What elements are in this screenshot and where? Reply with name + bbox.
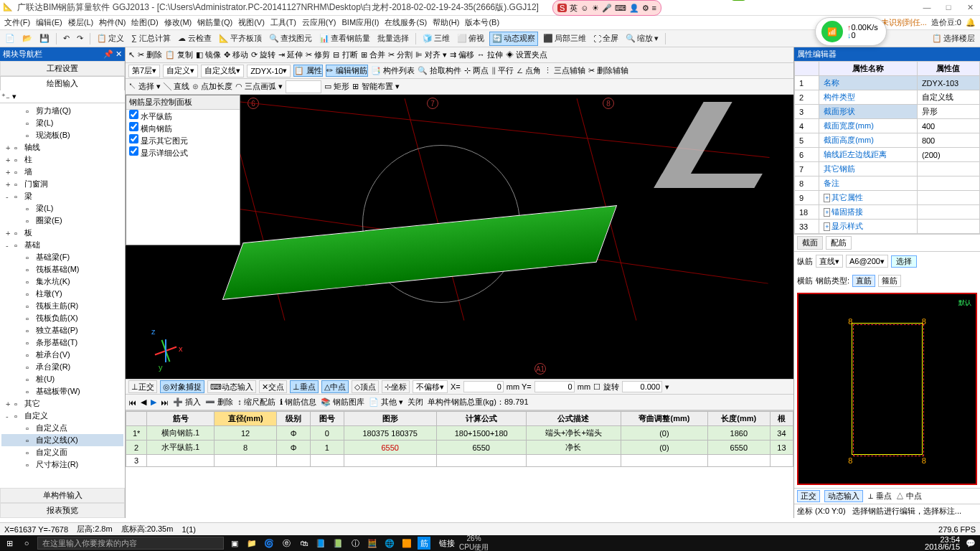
batch-select-button[interactable]: 批量选择 — [375, 32, 411, 46]
delete-aux-btn[interactable]: ✂ 删除辅轴 — [588, 65, 628, 76]
taskbar-search[interactable]: 在这里输入你要搜索的内容 — [37, 537, 224, 550]
two-point-btn[interactable]: ⊹ 两点 — [464, 65, 489, 76]
tree-item[interactable]: ▫筏板基础(M) — [1, 263, 123, 276]
menu-rebar[interactable]: 钢筋量(Q) — [197, 17, 232, 28]
minimize-button[interactable]: — — [920, 3, 934, 12]
smart-arrange-tool[interactable]: ⊞ 智能布置 ▾ — [352, 81, 399, 92]
menu-cloud[interactable]: 云应用(Y) — [302, 17, 336, 28]
ime-person-icon[interactable]: 👤 — [629, 4, 639, 13]
menu-tool[interactable]: 工具(T) — [270, 17, 296, 28]
ime-sun-icon[interactable]: ☀ — [592, 4, 599, 13]
find-elem-button[interactable]: 🔍 查找图元 — [267, 32, 314, 46]
tree-item[interactable]: ▫梁(L) — [1, 202, 123, 215]
ortho-btn[interactable]: ⊥ 正交 — [128, 380, 157, 393]
x-input[interactable] — [463, 381, 504, 392]
rect-tool[interactable]: ▭ 矩形 — [324, 81, 349, 92]
rotate-btn[interactable]: ⟳ 旋转 — [251, 50, 275, 60]
coord-btn[interactable]: ⊹ 坐标 — [382, 380, 410, 393]
app1-icon[interactable]: 🌀 — [263, 537, 275, 550]
nav-next-icon[interactable]: ▶ — [151, 397, 156, 407]
parallel-btn[interactable]: ∥ 平行 — [491, 65, 514, 76]
sum-button[interactable]: ∑ 汇总计算 — [129, 32, 173, 46]
tree-item[interactable]: ▫自定义面 — [1, 446, 123, 458]
project-settings-tab[interactable]: 工程设置 — [0, 61, 125, 76]
top-view-button[interactable]: ⬜ 俯视 — [455, 32, 486, 46]
edit-rebar-btn[interactable]: ✏ 编辑钢筋 — [326, 65, 367, 77]
right-dyn-btn[interactable]: 动态输入 — [824, 490, 863, 502]
draw-input-tab[interactable]: 绘图输入 — [0, 76, 125, 90]
tree-item[interactable]: ▫桩(U) — [1, 373, 123, 385]
new-button[interactable]: 📄 — [3, 32, 17, 46]
menu-file[interactable]: 文件(F) — [4, 17, 30, 28]
straight-rebar-btn[interactable]: 直筋 — [852, 275, 875, 287]
notification-icon[interactable]: 💬 — [964, 537, 977, 550]
property-grid[interactable]: 属性名称属性值1名称ZDYX-1032构件类型自定义线3截面形状异形4截面宽度(… — [794, 61, 980, 234]
split-btn[interactable]: ✂ 分割 — [388, 50, 413, 60]
tree-item[interactable]: ▫筏板主筋(R) — [1, 300, 123, 312]
start-button[interactable]: ⊞ — [3, 537, 16, 550]
rebar-line-type[interactable]: 直线 ▾ — [816, 255, 843, 268]
explorer-icon[interactable]: 📁 — [245, 537, 258, 550]
zoom-button[interactable]: 🔍 缩放 ▾ — [623, 32, 661, 46]
tree-item[interactable]: ▫条形基础(T) — [1, 336, 123, 349]
tree-item[interactable]: ▫桩承台(V) — [1, 349, 123, 361]
menu-view[interactable]: 视图(V) — [238, 17, 265, 28]
tree-item[interactable]: ▫梁(L) — [1, 117, 123, 129]
tree-item[interactable]: ▫自定义线(X) — [1, 434, 123, 446]
tree-item[interactable]: ▫集水坑(K) — [1, 276, 123, 288]
ime-menu-icon[interactable]: ≡ — [652, 4, 656, 12]
menu-draw[interactable]: 绘图(D) — [131, 17, 158, 28]
define-button[interactable]: 📋 定义 — [95, 32, 126, 46]
menu-bim[interactable]: BIM应用(I) — [342, 17, 380, 28]
three-point-aux-btn[interactable]: ⋮ 三点辅轴 — [544, 65, 585, 76]
rebar-lib-btn[interactable]: 📚 钢筋图库 — [321, 397, 364, 408]
tree-item[interactable]: +▫板 — [1, 227, 123, 239]
move-btn[interactable]: ✥ 移动 — [224, 50, 248, 60]
pin-icon[interactable]: 📌 ✕ — [103, 50, 122, 59]
menu-modify[interactable]: 修改(M) — [164, 17, 192, 28]
section-preview[interactable]: 8 8 8 8 默认 — [797, 293, 977, 485]
section-tab[interactable]: 截面 — [797, 236, 823, 250]
midpoint-btn[interactable]: △ 中点 — [321, 380, 349, 393]
tree-item[interactable]: ▫尺寸标注(R) — [1, 458, 123, 471]
edge-icon[interactable]: ⓔ — [280, 537, 293, 550]
ime-mic-icon[interactable]: 🎤 — [602, 4, 612, 13]
noshift-select[interactable]: 不偏移 ▾ — [413, 380, 448, 393]
tree-item[interactable]: -▫梁 — [1, 190, 123, 202]
tree-item[interactable]: ▫基础板带(W) — [1, 385, 123, 397]
point-length-tool[interactable]: ⊙ 点加长度 — [192, 81, 232, 92]
dyn-input-btn[interactable]: ⌨ 动态输入 — [207, 380, 256, 393]
single-input-tab[interactable]: 单构件输入 — [0, 488, 125, 503]
ime-lang[interactable]: 英 — [570, 3, 578, 14]
point-angle-btn[interactable]: ∠ 点角 — [517, 65, 541, 76]
menu-help[interactable]: 帮助(H) — [433, 17, 459, 28]
tree-item[interactable]: ▫现浇板(B) — [1, 129, 123, 141]
y-input[interactable] — [534, 381, 575, 392]
extend-btn[interactable]: ⇥ 延伸 — [278, 50, 303, 60]
align-btn[interactable]: ⊫ 对齐 ▾ — [415, 50, 447, 60]
select-tool[interactable]: ↖ 选择 ▾ — [128, 81, 161, 92]
close-grid-btn[interactable]: 关闭 — [407, 397, 423, 408]
open-button[interactable]: 📂 — [20, 32, 34, 46]
rebar-display-panel[interactable]: 钢筋显示控制面板 水平纵筋 横向钢筋 显示其它图元 显示详细公式 — [126, 95, 240, 245]
orbit-button[interactable]: 🔄 动态观察 — [489, 32, 538, 46]
ime-keyboard-icon[interactable]: ⌨ — [615, 4, 626, 13]
ime-toolbar[interactable]: S 英 ☺ ☀ 🎤 ⌨ 👤 ⚙ ≡ — [552, 0, 661, 16]
ime-gear-icon[interactable]: ⚙ — [642, 4, 649, 13]
3d-button[interactable]: 🧊 三维 — [420, 32, 452, 46]
break-btn[interactable]: ⊟ 打断 — [333, 50, 357, 60]
copy-btn[interactable]: 📋 复制 — [165, 50, 193, 60]
word-icon[interactable]: 📘 — [314, 537, 327, 550]
shrink-rebar-btn[interactable]: ↕ 缩尺配筋 — [237, 397, 275, 408]
tree-item[interactable]: ▫柱墩(Y) — [1, 288, 123, 300]
rebar-datagrid[interactable]: 筋号直径(mm)级别图号图形计算公式公式描述弯曲调整(mm)长度(mm)根1*横… — [126, 410, 793, 518]
nav-first-icon[interactable]: ⏮ — [128, 398, 136, 407]
tree-item[interactable]: +▫柱 — [1, 154, 123, 166]
menu-edit[interactable]: 编辑(E) — [36, 17, 62, 28]
insert-row-btn[interactable]: ➕ 插入 — [173, 397, 201, 408]
align-slab-button[interactable]: 📐 平齐板顶 — [217, 32, 264, 46]
calc-icon[interactable]: 🧮 — [366, 537, 379, 550]
maximize-button[interactable]: □ — [941, 3, 956, 12]
offset-btn[interactable]: ⇉ 偏移 — [450, 50, 474, 60]
menu-version[interactable]: 版本号(B) — [465, 17, 499, 28]
